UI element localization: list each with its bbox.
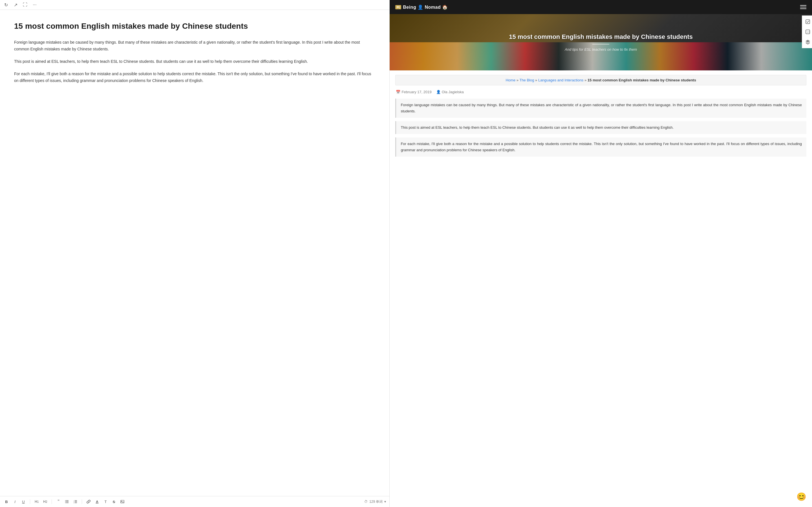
article-block-1: Foreign language mistakes can be caused … (395, 99, 806, 118)
site-logo: IK| Being 👤 Nomad 🏠 (395, 4, 448, 10)
text-underline-button[interactable]: A (94, 499, 100, 504)
editor-paragraph-3: For each mistake, I'll give both a reaso… (14, 71, 375, 84)
share-icon[interactable]: ↗ (13, 2, 18, 7)
article-text-1: Foreign language mistakes can be caused … (401, 103, 802, 113)
article-block-2: This post is aimed at ESL teachers, to h… (395, 121, 806, 134)
breadcrumb-sep-1: » (516, 78, 520, 82)
strikethrough-button[interactable]: S̶ (111, 499, 117, 504)
article-block-3: For each mistake, I'll give both a reaso… (395, 137, 806, 157)
word-count-dropdown-icon[interactable]: ▾ (384, 500, 386, 504)
text-style-button[interactable]: T (102, 499, 109, 504)
h1-button[interactable]: H1 (34, 499, 40, 504)
breadcrumb: Home » The Blog » Languages and Interact… (395, 75, 806, 86)
word-count-label: 129 单词 (369, 499, 383, 504)
editor-paragraph-2: This post is aimed at ESL teachers, to h… (14, 58, 375, 65)
logo-text: Being 👤 Nomad 🏠 (403, 4, 448, 10)
editor-toolbar-top: ↻ ↗ ⛶ ··· (0, 0, 389, 10)
site-nav: IK| Being 👤 Nomad 🏠 (390, 0, 812, 14)
editor-title: 15 most common English mistakes made by … (14, 21, 375, 31)
right-sidebar: </> (802, 15, 812, 48)
article-text-2: This post is aimed at ESL teachers, to h… (401, 125, 673, 129)
h2-button[interactable]: H2 (42, 499, 48, 504)
editor-paragraph-1: Foreign language mistakes can be caused … (14, 39, 375, 53)
breadcrumb-current: 15 most common English mistakes made by … (588, 78, 696, 82)
breadcrumb-home[interactable]: Home (506, 78, 515, 82)
svg-rect-14 (806, 20, 810, 24)
ordered-list-button[interactable]: 123 (72, 499, 79, 504)
hamburger-menu[interactable] (800, 5, 806, 9)
more-icon[interactable]: ··· (32, 2, 37, 7)
blockquote-button[interactable]: " (55, 499, 61, 505)
post-date: 📅 February 17, 2019 (396, 90, 432, 94)
expand-icon[interactable]: ⛶ (22, 2, 28, 7)
editor-content[interactable]: 15 most common English mistakes made by … (0, 10, 389, 496)
hero-subtitle: And tips for ESL teachers on how to fix … (565, 47, 637, 52)
post-author-text: Ola Jagielska (442, 90, 464, 94)
link-button[interactable] (86, 499, 92, 504)
editor-toolbar-bottom: B I U H1 H2 " 123 A T S̶ ⏱ 129 单词 ▾ (0, 496, 389, 507)
check-sidebar-icon[interactable] (804, 18, 812, 25)
svg-text:</>: </> (807, 31, 810, 33)
toolbar-sep-2 (52, 499, 52, 504)
clock-icon: ⏱ (364, 500, 368, 504)
word-count-area: ⏱ 129 单词 ▾ (364, 499, 386, 504)
post-date-text: February 17, 2019 (402, 90, 432, 94)
svg-point-3 (65, 500, 66, 501)
post-author: 👤 Ola Jagielska (436, 90, 464, 94)
breadcrumb-sep-3: » (585, 78, 588, 82)
breadcrumb-category[interactable]: Languages and Interactions (538, 78, 583, 82)
underline-button[interactable]: U (20, 499, 27, 504)
editor-panel: ↻ ↗ ⛶ ··· 15 most common English mistake… (0, 0, 390, 507)
toolbar-sep-3 (82, 499, 82, 504)
bottom-emoji[interactable]: 😊 (797, 492, 806, 501)
code-sidebar-icon[interactable]: </> (804, 28, 812, 36)
svg-point-5 (65, 503, 66, 503)
logo-box: IK| (395, 5, 401, 9)
hero-title: 15 most common English mistakes made by … (509, 33, 693, 41)
calendar-icon: 📅 (396, 90, 400, 94)
browser-panel: IK| Being 👤 Nomad 🏠 15 most common Engli… (390, 0, 812, 507)
svg-text:3: 3 (73, 502, 74, 504)
svg-rect-12 (121, 500, 124, 503)
post-meta: 📅 February 17, 2019 👤 Ola Jagielska (395, 90, 806, 94)
toolbar-sep-1 (30, 499, 30, 504)
breadcrumb-blog[interactable]: The Blog (519, 78, 534, 82)
svg-point-4 (65, 501, 66, 502)
breadcrumb-sep-2: » (535, 78, 538, 82)
hero-section: 15 most common English mistakes made by … (390, 14, 812, 70)
author-icon: 👤 (436, 90, 441, 94)
image-button[interactable] (119, 499, 125, 504)
italic-button[interactable]: I (12, 499, 18, 504)
hero-divider (592, 44, 609, 45)
article-text-3: For each mistake, I'll give both a reaso… (401, 142, 802, 152)
site-content[interactable]: Home » The Blog » Languages and Interact… (390, 70, 812, 507)
layers-sidebar-icon[interactable] (804, 38, 812, 46)
bold-button[interactable]: B (3, 499, 10, 504)
refresh-icon[interactable]: ↻ (3, 2, 8, 7)
unordered-list-button[interactable] (64, 499, 70, 504)
